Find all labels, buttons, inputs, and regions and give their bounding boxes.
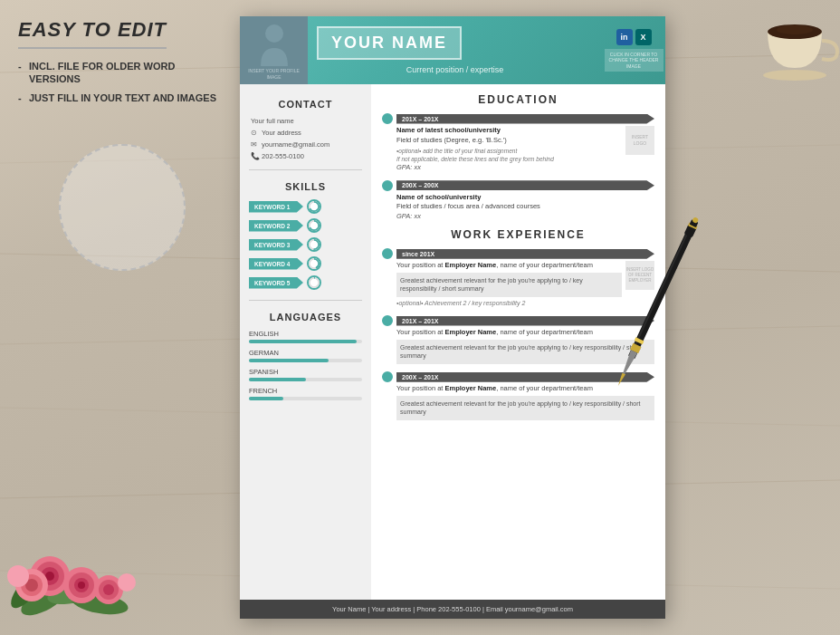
svg-point-26 <box>118 573 136 592</box>
work-content-1: Your position at Employer Name, name of … <box>382 261 654 308</box>
skill-label-3: KEYWORD 3 <box>249 239 303 251</box>
edu-school-1: Name of latest school/university <box>396 126 501 134</box>
skills-section-title: SKILLS <box>249 181 362 192</box>
work-circle-2 <box>382 315 393 326</box>
svg-point-25 <box>7 565 29 587</box>
date-circle-1 <box>382 113 393 124</box>
resume-document: INSERT YOUR PROFILE IMAGE YOUR NAME Curr… <box>240 16 665 619</box>
resume-name: YOUR NAME <box>331 34 447 52</box>
svg-point-40 <box>265 24 283 43</box>
work-circle-1 <box>382 248 393 259</box>
edu-content-1: Name of latest school/university Field o… <box>382 126 654 173</box>
education-item-2: 200X – 200X Name of school/university Fi… <box>382 180 654 222</box>
svg-point-29 <box>777 25 813 34</box>
language-item-3: SPANISH <box>249 368 362 381</box>
header-main: YOUR NAME Current position / expertise <box>308 16 602 84</box>
contact-section-title: CONTACT <box>249 99 362 110</box>
lang-bar-bg-1 <box>249 340 362 343</box>
main-title: EASY TO EDIT <box>18 18 167 49</box>
profile-image-area: INSERT YOUR PROFILE IMAGE <box>240 16 308 84</box>
work-position-1: Your position at Employer Name, name of … <box>396 261 622 271</box>
lang-bar-fill-4 <box>249 397 283 400</box>
svg-point-27 <box>763 70 826 81</box>
phone-icon: 📞 <box>251 152 260 160</box>
resume-right-column: EDUCATION 201X – 201X Name of latest sch… <box>371 84 665 600</box>
languages-section-title: LANGUAGES <box>249 312 362 322</box>
svg-point-18 <box>78 582 85 589</box>
email-icon: ✉ <box>251 140 260 149</box>
svg-marker-35 <box>616 373 625 387</box>
edu-school-2: Name of school/university <box>396 193 481 201</box>
resume-position: Current position / expertise <box>317 65 593 74</box>
work-achievement-1: Greatest achievement relevant for the jo… <box>396 273 622 298</box>
skill-circle-5 <box>307 275 321 290</box>
edu-optional-1: •optional• add the title of your final a… <box>396 147 622 163</box>
resume-left-column: CONTACT Your full name ⊙ Your address ✉ … <box>240 84 371 600</box>
work-circle-3 <box>382 371 393 382</box>
contact-address: ⊙ Your address <box>249 129 362 137</box>
skill-label-1: KEYWORD 1 <box>249 201 303 213</box>
work-date-2: 201X – 201X <box>382 315 654 326</box>
language-item-2: GERMAN <box>249 349 362 362</box>
work-date-1: since 201X <box>382 248 654 259</box>
skill-item-4: KEYWORD 4 <box>249 256 362 271</box>
work-date-bar-1: since 201X <box>396 249 654 259</box>
coffee-cup <box>754 0 840 86</box>
edu-field-2: Field of studies / focus area / advanced… <box>396 202 654 212</box>
work-optional-1: •optional• Achievement 2 / key responsib… <box>396 299 622 308</box>
skill-item-3: KEYWORD 3 <box>249 237 362 252</box>
skill-circle-2 <box>307 218 321 233</box>
lang-bar-fill-2 <box>249 359 329 362</box>
lang-bar-fill-1 <box>249 340 357 343</box>
lang-bar-bg-3 <box>249 378 362 381</box>
feature-list: INCL. FILE FOR OLDER WORD VERSIONS JUST … <box>18 60 226 110</box>
edu-content-2: Name of school/university Field of studi… <box>382 193 654 222</box>
contact-phone: 📞 202-555-0100 <box>249 152 362 160</box>
resume-header: INSERT YOUR PROFILE IMAGE YOUR NAME Curr… <box>240 16 665 84</box>
skill-circle-4 <box>307 256 321 271</box>
linkedin-icon[interactable]: in <box>616 29 633 45</box>
work-position-2: Your position at Employer Name, name of … <box>396 328 654 338</box>
svg-point-49 <box>310 278 319 287</box>
edu-logo-1: INSERT LOGO <box>625 126 654 155</box>
skill-circle-1 <box>307 199 321 214</box>
header-image-hint: CLICK IN CORNER TO CHANGE THE HEADER IMA… <box>605 49 663 72</box>
skill-label-2: KEYWORD 2 <box>249 220 303 232</box>
skill-label-5: KEYWORD 5 <box>249 277 303 289</box>
feature-item-1: INCL. FILE FOR OLDER WORD VERSIONS <box>18 60 226 86</box>
edu-date-1: 201X – 201X <box>382 113 654 124</box>
name-box: YOUR NAME <box>317 26 462 60</box>
work-logo-1: INSERT LOGO OF RECENT EMPLOYER <box>625 261 654 290</box>
resume-body: CONTACT Your full name ⊙ Your address ✉ … <box>240 84 665 600</box>
feature-item-2: JUST FILL IN YOUR TEXT AND IMAGES <box>18 91 226 104</box>
contact-name: Your full name <box>249 117 362 125</box>
header-right: in X CLICK IN CORNER TO CHANGE THE HEADE… <box>602 16 665 84</box>
svg-point-24 <box>103 584 114 595</box>
work-item-1: since 201X Your position at Employer Nam… <box>382 248 654 308</box>
edu-gpa-2: GPA: xx <box>396 212 654 222</box>
language-item-4: FRENCH <box>249 387 362 400</box>
edu-field-1: Field of studies (Degree, e.g. 'B.Sc.') <box>396 136 622 146</box>
lang-bar-bg-2 <box>249 359 362 362</box>
work-content-2: Your position at Employer Name, name of … <box>382 328 654 364</box>
roses-decoration <box>0 436 199 635</box>
lang-bar-bg-4 <box>249 397 362 400</box>
edu-gpa-1: GPA: xx <box>396 163 622 173</box>
xing-icon[interactable]: X <box>635 29 652 45</box>
circle-decoration <box>59 144 186 271</box>
education-item-1: 201X – 201X Name of latest school/univer… <box>382 113 654 173</box>
skill-label-4: KEYWORD 4 <box>249 258 303 270</box>
divider-1 <box>249 169 362 170</box>
work-achievement-2: Greatest achievement relevant for the jo… <box>396 340 654 365</box>
date-circle-2 <box>382 180 393 191</box>
skill-circle-3 <box>307 237 321 252</box>
lang-bar-fill-3 <box>249 378 306 381</box>
work-item-2: 201X – 201X Your position at Employer Na… <box>382 315 654 364</box>
date-bar-2: 200X – 200X <box>396 180 654 190</box>
skill-item-1: KEYWORD 1 <box>249 199 362 214</box>
contact-email: ✉ yourname@gmail.com <box>249 140 362 149</box>
skill-item-5: KEYWORD 5 <box>249 275 362 290</box>
language-item-1: ENGLISH <box>249 330 362 343</box>
resume-footer: Your Name | Your address | Phone 202-555… <box>240 600 665 619</box>
work-date-bar-2: 201X – 201X <box>396 316 654 326</box>
